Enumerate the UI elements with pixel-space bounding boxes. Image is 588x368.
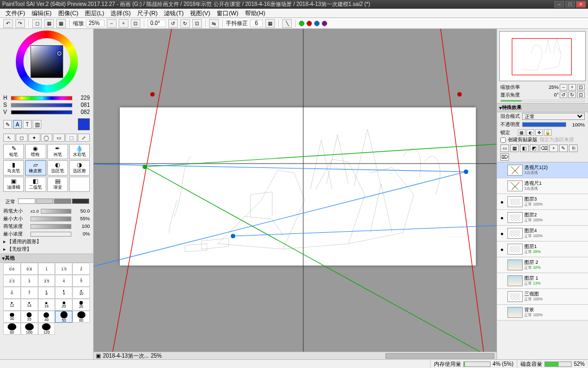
vanishing-point-blue-1[interactable] [464,170,468,174]
layer-row-3[interactable]: ●图层2正常 100% [497,210,588,226]
menu-layer[interactable]: 图层(L) [82,9,107,17]
zoom-value[interactable]: 25% [86,20,105,27]
preset-4[interactable] [72,198,89,204]
redo-button[interactable]: ↷ [15,19,25,28]
doc-tab-name[interactable]: 2018-4-13第一次... [103,352,149,360]
nav-zoom-out[interactable]: − [560,84,567,91]
rotate-reset-button[interactable]: ⊡ [192,19,202,28]
close-button[interactable]: ✕ [576,1,586,8]
lock-move-icon[interactable]: ✥ [535,129,543,136]
rotate-cw-button[interactable]: ↻ [180,19,190,28]
brush-选区笔[interactable]: ◐选区笔 [47,160,68,176]
size-60[interactable]: 60 [72,311,90,323]
menu-ruler[interactable]: 尺子(R) [134,9,161,17]
size-20[interactable]: 20 [55,299,72,311]
layer-row-2[interactable]: ●图层3正常 100% [497,194,588,210]
vanishing-point-blue-2[interactable] [231,234,235,238]
tool-5[interactable]: ⬚ [65,134,77,142]
swatches-button[interactable]: A [13,120,22,129]
val-slider[interactable] [11,110,72,114]
zoom-in-button[interactable]: + [119,19,128,28]
brush-shape-expander[interactable]: 【通用的圆形】 [3,238,90,245]
brush-二值笔[interactable]: ◧二值笔 [25,177,46,192]
size-80[interactable]: 80 [3,323,21,335]
stabilizer-input[interactable] [250,20,263,27]
guide-green-icon[interactable] [299,21,304,26]
nav-rot-ccw[interactable]: ↺ [560,92,567,98]
nav-zoom-in[interactable]: + [568,84,576,91]
blend-mode-select[interactable]: 正常 [522,113,585,120]
size-0.6[interactable]: 0.6 [3,263,21,275]
size-1.5[interactable]: 1.5 [55,263,72,275]
zoom-fit-button[interactable]: ⊡ [131,19,140,28]
layer-row-6[interactable]: 图层 2正常 32% [497,257,588,273]
undo-button[interactable]: ↶ [3,19,13,28]
rotate-ccw-button[interactable]: ↺ [168,19,178,28]
brush-渐变[interactable]: ▤渐变 [47,177,68,192]
menu-view[interactable]: 视图(V) [187,9,213,17]
size-12[interactable]: 12 [3,299,21,311]
menu-select[interactable]: 选择(S) [107,9,134,17]
opacity-slider[interactable] [522,122,566,127]
hue-slider[interactable] [11,96,72,100]
size-2.3[interactable]: 2.3 [3,275,21,287]
size-16[interactable]: 16 [38,299,56,311]
lock-pixels-icon[interactable]: ▦ [518,129,525,136]
size-1[interactable]: 1 [38,263,56,275]
navigator-preview[interactable] [499,31,586,81]
size-35[interactable]: 35 [21,311,38,323]
density-slider[interactable] [30,224,71,229]
sizes-header[interactable]: 其他 [0,254,93,263]
deselect-button[interactable]: ◻ [32,19,42,28]
layer-btn-5[interactable]: + [549,144,558,152]
layer-visibility-icon[interactable]: ● [498,231,506,237]
flip-h-button[interactable]: ⇋ [209,19,219,28]
menu-filter[interactable]: 滤镜(T) [161,9,187,17]
nav-rot-reset[interactable]: ⊡ [577,92,585,98]
size-8[interactable]: 8 [38,287,56,299]
brush-水彩笔[interactable]: 💧水彩笔 [69,144,90,159]
zoom-out-button[interactable]: − [107,19,117,28]
size-5[interactable]: 5 [72,275,90,287]
brush-empty[interactable] [69,177,90,192]
brush-橡皮擦[interactable]: ▱橡皮擦 [25,160,46,176]
reselect-button[interactable]: ▦ [44,19,54,28]
nav-zoom-slider[interactable] [500,100,585,102]
hscrollbar-thumb[interactable] [385,353,494,359]
guide-purple-icon[interactable] [322,21,327,26]
layer-row-8[interactable]: 三视图正常 100% [497,289,588,305]
tool-1[interactable]: ◻ [16,134,28,142]
brush-size-slider[interactable] [41,209,71,214]
menu-help[interactable]: 帮助(H) [242,9,268,17]
line-tool-icon[interactable]: ╲ [282,19,292,28]
lock-all-icon[interactable]: 🔒 [544,129,552,136]
brush-马克笔[interactable]: ▮马克笔 [3,160,24,176]
size-40[interactable]: 40 [38,311,56,323]
minimize-button[interactable]: − [554,1,564,8]
brush-油漆桶[interactable]: ▣油漆桶 [3,177,24,192]
angle-value[interactable]: 0.0° [148,20,166,27]
layer-btn-7[interactable]: ⎘ [569,144,578,152]
brush-texture-expander[interactable]: 【无纹理】 [3,245,90,253]
tool-4[interactable]: ▭ [53,134,65,142]
menu-edit[interactable]: 编辑(E) [28,9,55,17]
layer-row-7[interactable]: 图层 1正常 13% [497,273,588,289]
layer-visibility-icon[interactable]: ● [498,215,506,221]
layer-btn-4[interactable]: ⌫ [540,144,548,152]
menu-window[interactable]: 窗口(W) [213,9,242,17]
grid-button[interactable]: ▥ [33,120,41,129]
canvas-area[interactable]: ▣ 2018-4-13第一次... 25% [94,29,497,359]
nav-zoom-fit[interactable]: ⊡ [577,84,585,91]
size-100[interactable]: 100 [21,323,38,335]
min-density-slider[interactable] [30,232,71,237]
layer-btn-3[interactable]: ◩ [530,144,538,152]
size-4[interactable]: 4 [55,275,72,287]
size-10[interactable]: 10 [72,287,90,299]
layer-row-5[interactable]: ●图层1正常 28% [497,242,588,257]
stab-toggle[interactable]: ▦ [265,19,275,28]
vanishing-point-green[interactable] [143,165,147,169]
layer-btn-8[interactable]: ⌦ [500,153,509,161]
layer-row-0[interactable]: 透视尺1(2)3点透视 [497,162,588,178]
size-3.5[interactable]: 3.5 [38,275,56,287]
size-120[interactable]: 120 [38,323,56,335]
